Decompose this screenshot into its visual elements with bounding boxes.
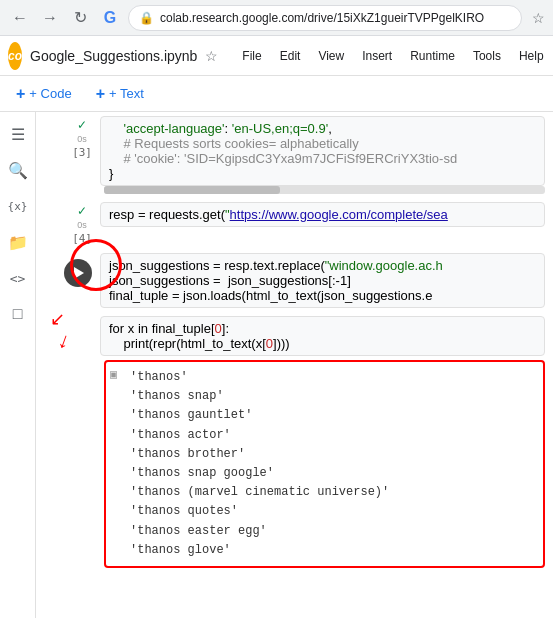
cell-3-number: [3]	[72, 146, 92, 159]
menu-file[interactable]: File	[234, 45, 269, 67]
cell-5: json_suggestions = resp.text.replace("wi…	[36, 249, 553, 312]
sidebar-files-icon[interactable]: 📁	[4, 228, 32, 256]
sidebar-variables-icon[interactable]: {x}	[4, 192, 32, 220]
code-line: json_suggestions = json_suggestions[:-1]	[109, 273, 536, 288]
menu-insert[interactable]: Insert	[354, 45, 400, 67]
code-line: final_tuple = json.loads(html_to_text(js…	[109, 288, 536, 303]
menu-help[interactable]: Help	[511, 45, 552, 67]
output-line: 'thanos quotes'	[130, 502, 535, 521]
browser-bar: ← → ↻ G 🔒 colab.research.google.com/driv…	[0, 0, 553, 36]
sidebar-code-icon[interactable]: <>	[4, 264, 32, 292]
cell-5-gutter	[40, 253, 100, 287]
output-wrapper: ↑ ↙ ▣ 'thanos' 'thanos snap' 'thanos gau…	[36, 360, 553, 568]
plus-icon-text: +	[96, 85, 105, 103]
output-line: 'thanos'	[130, 368, 535, 387]
cell-3-code[interactable]: 'accept-language': 'en-US,en;q=0.9', # R…	[100, 116, 545, 186]
lock-icon: 🔒	[139, 11, 154, 25]
menu-view[interactable]: View	[310, 45, 352, 67]
copy-icon: ▣	[110, 366, 117, 385]
output-cell: ▣ 'thanos' 'thanos snap' 'thanos gauntle…	[104, 360, 545, 568]
play-icon	[74, 267, 84, 279]
forward-button[interactable]: →	[38, 6, 62, 30]
notebook-content: ✓ 0s [3] 'accept-language': 'en-US,en;q=…	[36, 112, 553, 618]
star-button[interactable]: ☆	[205, 48, 218, 64]
cell-6-code[interactable]: for x in final_tuple[0]: print(repr(html…	[100, 316, 545, 356]
notebook-title: Google_Suggestions.ipynb	[30, 48, 197, 64]
code-line: json_suggestions = resp.text.replace("wi…	[109, 258, 536, 273]
sidebar: ☰ 🔍 {x} 📁 <> □	[0, 112, 36, 618]
cell-3: ✓ 0s [3] 'accept-language': 'en-US,en;q=…	[36, 112, 553, 186]
output-line: 'thanos easter egg'	[130, 522, 535, 541]
sidebar-menu-icon[interactable]: ☰	[4, 120, 32, 148]
check-icon: ✓	[77, 118, 87, 132]
cell-5-code[interactable]: json_suggestions = resp.text.replace("wi…	[100, 253, 545, 308]
code-line: # Requests sorts cookies= alphabetically	[109, 136, 536, 151]
cell-3-run-indicator: ✓ 0s [3]	[72, 118, 92, 159]
cell-3-gutter: ✓ 0s [3]	[40, 116, 100, 159]
add-text-button[interactable]: + + Text	[88, 81, 152, 107]
menu-edit[interactable]: Edit	[272, 45, 309, 67]
back-button[interactable]: ←	[8, 6, 32, 30]
output-line: 'thanos glove'	[130, 541, 535, 560]
bookmark-button[interactable]: ☆	[532, 10, 545, 26]
address-bar[interactable]: 🔒 colab.research.google.com/drive/15iXkZ…	[128, 5, 522, 31]
cell-6: for x in final_tuple[0]: print(repr(html…	[36, 312, 553, 360]
colab-logo: co	[8, 42, 22, 70]
output-line: 'thanos (marvel cinematic universe)'	[130, 483, 535, 502]
cell-4-code[interactable]: resp = requests.get("https://www.google.…	[100, 202, 545, 227]
cell-4: ✓ 0s [4] resp = requests.get("https://ww…	[36, 198, 553, 249]
main-layout: ☰ 🔍 {x} 📁 <> □ ✓ 0s [3] 'accept-language…	[0, 112, 553, 618]
cell-4-number: [4]	[72, 232, 92, 245]
run-time: 0s	[77, 220, 87, 230]
output-line: 'thanos snap'	[130, 387, 535, 406]
notebook-toolbar: + + Code + + Text	[0, 76, 553, 112]
code-line: # 'cookie': 'SID=KgipsdC3Yxa9m7JCFiSf9ER…	[109, 151, 536, 166]
sidebar-search-icon[interactable]: 🔍	[4, 156, 32, 184]
url-text: colab.research.google.com/drive/15iXkZ1g…	[160, 11, 484, 25]
output-line: 'thanos gauntlet'	[130, 406, 535, 425]
chrome-icon: G	[98, 6, 122, 30]
plus-icon: +	[16, 85, 25, 103]
output-line: 'thanos snap google'	[130, 464, 535, 483]
code-line: }	[109, 166, 536, 181]
cell-4-run-indicator: ✓ 0s [4]	[72, 204, 92, 245]
code-line: resp = requests.get("https://www.google.…	[109, 207, 536, 222]
run-button[interactable]	[64, 259, 92, 287]
colab-toolbar: co Google_Suggestions.ipynb ☆ File Edit …	[0, 36, 553, 76]
code-line: print(repr(html_to_text(x[0])))	[109, 336, 536, 351]
cell-6-gutter	[40, 316, 100, 318]
add-code-button[interactable]: + + Code	[8, 81, 80, 107]
refresh-button[interactable]: ↻	[68, 6, 92, 30]
menu-bar: File Edit View Insert Runtime Tools Help	[234, 45, 551, 67]
add-code-label: + Code	[29, 86, 71, 101]
output-lines: 'thanos' 'thanos snap' 'thanos gauntlet'…	[130, 368, 535, 560]
check-icon: ✓	[77, 204, 87, 218]
output-line: 'thanos brother'	[130, 445, 535, 464]
run-time: 0s	[77, 134, 87, 144]
menu-tools[interactable]: Tools	[465, 45, 509, 67]
menu-runtime[interactable]: Runtime	[402, 45, 463, 67]
sidebar-terminal-icon[interactable]: □	[4, 300, 32, 328]
cell-4-gutter: ✓ 0s [4]	[40, 202, 100, 245]
output-line: 'thanos actor'	[130, 426, 535, 445]
code-line: for x in final_tuple[0]:	[109, 321, 536, 336]
add-text-label: + Text	[109, 86, 144, 101]
code-line: 'accept-language': 'en-US,en;q=0.9',	[109, 121, 536, 136]
